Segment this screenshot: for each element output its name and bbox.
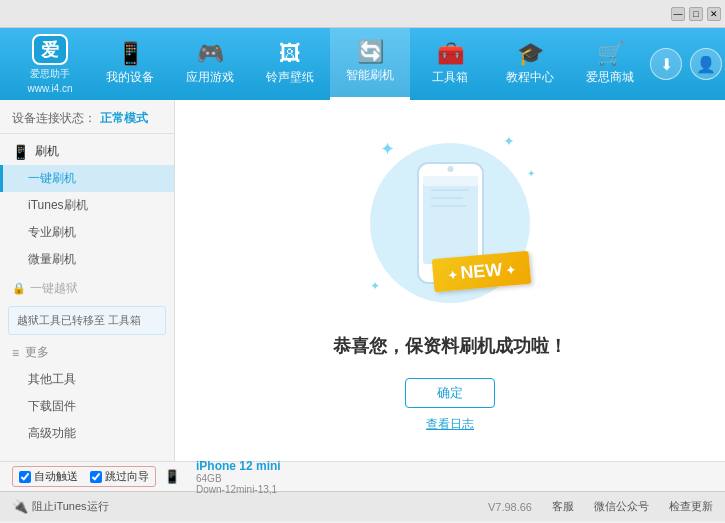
shop-label: 爱思商城	[586, 69, 634, 86]
header-actions: ⬇ 👤	[650, 48, 722, 80]
wallpaper-label: 铃声壁纸	[266, 69, 314, 86]
nav-tutorial[interactable]: 🎓 教程中心	[490, 28, 570, 100]
success-message: 恭喜您，保资料刷机成功啦！	[333, 334, 567, 358]
info-box: 越狱工具已转移至 工具箱	[8, 306, 166, 335]
my-device-label: 我的设备	[106, 69, 154, 86]
nav-my-device[interactable]: 📱 我的设备	[90, 28, 170, 100]
flash-section-header[interactable]: 📱 刷机	[0, 138, 174, 165]
apps-games-icon: 🎮	[197, 43, 224, 65]
new-badge: NEW	[432, 251, 531, 292]
maximize-btn[interactable]: □	[689, 7, 703, 21]
nav-wallpaper[interactable]: 🖼 铃声壁纸	[250, 28, 330, 100]
auto-send-label: 自动触送	[34, 469, 78, 484]
nav-shop[interactable]: 🛒 爱思商城	[570, 28, 650, 100]
checkbox-group: 自动触送 跳过向导	[12, 466, 156, 487]
sparkle-3: ✦	[370, 279, 380, 293]
sparkle-4: ✦	[527, 168, 535, 179]
skip-wizard-label: 跳过向导	[105, 469, 149, 484]
wechat-link[interactable]: 微信公众号	[594, 499, 649, 514]
sidebar-item-itunes-flash[interactable]: iTunes刷机	[0, 192, 174, 219]
itunes-running-label: 阻止iTunes运行	[32, 499, 109, 514]
download-btn[interactable]: ⬇	[650, 48, 682, 80]
one-click-flash-label: 一键刷机	[28, 171, 76, 185]
confirm-button[interactable]: 确定	[405, 378, 495, 408]
logo[interactable]: 爱 爱思助手 www.i4.cn	[10, 34, 90, 94]
nav-smart-flash[interactable]: 🔄 智能刷机	[330, 28, 410, 100]
more-section-header: ≡ 更多	[0, 339, 174, 366]
service-link[interactable]: 客服	[552, 499, 574, 514]
main-area: 设备连接状态： 正常模式 📱 刷机 一键刷机 iTunes刷机 专业刷机 微量刷…	[0, 100, 725, 461]
my-device-icon: 📱	[117, 43, 144, 65]
status-right: V7.98.66 客服 微信公众号 检查更新	[488, 499, 713, 514]
status-left: 🔌 阻止iTunes运行	[12, 499, 109, 514]
sparkle-1: ✦	[380, 138, 395, 160]
svg-point-3	[447, 166, 453, 172]
flash-section: 📱 刷机 一键刷机 iTunes刷机 专业刷机 微量刷机	[0, 138, 174, 273]
status-bottom-bar: 🔌 阻止iTunes运行 V7.98.66 客服 微信公众号 检查更新	[0, 491, 725, 521]
phone-container: ✦ ✦ ✦ ✦	[360, 128, 540, 318]
version-label: V7.98.66	[488, 501, 532, 513]
sparkle-2: ✦	[503, 133, 515, 149]
device-icon: 📱	[164, 469, 180, 484]
minimize-btn[interactable]: —	[671, 7, 685, 21]
header: 爱 爱思助手 www.i4.cn 📱 我的设备 🎮 应用游戏 🖼 铃声壁纸 🔄 …	[0, 28, 725, 100]
close-btn[interactable]: ✕	[707, 7, 721, 21]
title-bar: — □ ✕	[0, 0, 725, 28]
status-label: 设备连接状态：	[12, 110, 96, 127]
sidebar-item-pro-flash[interactable]: 专业刷机	[0, 219, 174, 246]
status-value: 正常模式	[100, 110, 148, 127]
more-icon: ≡	[12, 346, 19, 360]
auto-send-checkbox-group[interactable]: 自动触送	[19, 469, 78, 484]
check-update-link[interactable]: 检查更新	[669, 499, 713, 514]
view-log-link[interactable]: 查看日志	[426, 416, 474, 433]
device-info: iPhone 12 mini 64GB Down-12mini-13,1	[196, 459, 281, 495]
toolbox-label: 工具箱	[432, 69, 468, 86]
sidebar-item-one-click-flash[interactable]: 一键刷机	[0, 165, 174, 192]
smart-flash-label: 智能刷机	[346, 67, 394, 84]
logo-url: www.i4.cn	[27, 83, 72, 94]
user-btn[interactable]: 👤	[690, 48, 722, 80]
device-model: Down-12mini-13,1	[196, 484, 281, 495]
sidebar-item-download-firmware[interactable]: 下载固件	[0, 393, 174, 420]
logo-name: 爱思助手	[30, 67, 70, 81]
itunes-icon: 🔌	[12, 499, 28, 514]
auto-send-checkbox[interactable]	[19, 471, 31, 483]
more-label: 更多	[25, 344, 49, 361]
apps-games-label: 应用游戏	[186, 69, 234, 86]
device-storage: 64GB	[196, 473, 281, 484]
flash-section-label: 刷机	[35, 143, 59, 160]
nav-bar: 📱 我的设备 🎮 应用游戏 🖼 铃声壁纸 🔄 智能刷机 🧰 工具箱 🎓 教程中心…	[90, 28, 650, 100]
flash-section-icon: 📱	[12, 144, 29, 160]
action-buttons: 确定 查看日志	[405, 378, 495, 433]
content-area: ✦ ✦ ✦ ✦	[175, 100, 725, 461]
lock-icon: 🔒	[12, 282, 26, 295]
itunes-flash-label: iTunes刷机	[28, 198, 88, 212]
pro-flash-label: 专业刷机	[28, 225, 76, 239]
micro-flash-label: 微量刷机	[28, 252, 76, 266]
download-firmware-label: 下载固件	[28, 399, 76, 413]
sidebar-item-micro-flash[interactable]: 微量刷机	[0, 246, 174, 273]
nav-toolbox[interactable]: 🧰 工具箱	[410, 28, 490, 100]
sidebar-item-other-tools[interactable]: 其他工具	[0, 366, 174, 393]
smart-flash-icon: 🔄	[357, 41, 384, 63]
other-tools-label: 其他工具	[28, 372, 76, 386]
svg-rect-1	[423, 176, 478, 264]
tutorial-label: 教程中心	[506, 69, 554, 86]
skip-wizard-checkbox[interactable]	[90, 471, 102, 483]
toolbox-icon: 🧰	[437, 43, 464, 65]
wallpaper-icon: 🖼	[279, 43, 301, 65]
logo-icon: 爱	[32, 34, 68, 65]
jailbreak-disabled: 🔒 一键越狱	[0, 275, 174, 302]
connection-status: 设备连接状态： 正常模式	[0, 106, 174, 134]
advanced-label: 高级功能	[28, 426, 76, 440]
sidebar-item-advanced[interactable]: 高级功能	[0, 420, 174, 447]
device-bar: 自动触送 跳过向导 📱 iPhone 12 mini 64GB Down-12m…	[0, 461, 725, 491]
sidebar: 设备连接状态： 正常模式 📱 刷机 一键刷机 iTunes刷机 专业刷机 微量刷…	[0, 100, 175, 461]
jailbreak-label: 一键越狱	[30, 280, 78, 297]
shop-icon: 🛒	[597, 43, 624, 65]
success-illustration: ✦ ✦ ✦ ✦	[333, 128, 567, 433]
skip-wizard-checkbox-group[interactable]: 跳过向导	[90, 469, 149, 484]
nav-apps-games[interactable]: 🎮 应用游戏	[170, 28, 250, 100]
svg-rect-4	[423, 176, 478, 186]
window-controls[interactable]: — □ ✕	[671, 7, 721, 21]
